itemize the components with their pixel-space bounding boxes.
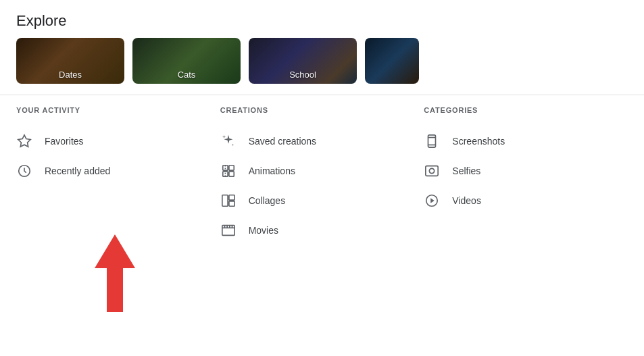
selfies-label: Selfies xyxy=(452,166,480,176)
menu-item-saved-creations[interactable]: Saved creations xyxy=(220,126,424,156)
your-activity-title: YOUR ACTIVITY xyxy=(16,106,220,114)
saved-creations-label: Saved creations xyxy=(249,136,316,147)
thumbnail-dates-label: Dates xyxy=(16,70,124,80)
svg-rect-7 xyxy=(222,195,228,207)
menu-item-collages[interactable]: Collages xyxy=(220,186,424,215)
section-creations: CREATIONS Saved creations xyxy=(220,106,424,245)
thumbnail-school-label: School xyxy=(249,70,357,80)
section-divider xyxy=(0,95,644,95)
collages-icon xyxy=(220,193,237,209)
menu-item-videos[interactable]: Videos xyxy=(424,186,628,215)
sections-container: YOUR ACTIVITY Favorites Recently added C… xyxy=(0,106,644,245)
svg-rect-4 xyxy=(229,166,234,170)
menu-item-screenshots[interactable]: Screenshots xyxy=(424,126,628,156)
svg-rect-19 xyxy=(426,166,438,176)
categories-title: CATEGORIES xyxy=(424,106,628,114)
thumbnail-extra[interactable] xyxy=(365,38,419,84)
animations-label: Animations xyxy=(249,166,295,176)
menu-item-animations[interactable]: Animations xyxy=(220,156,424,186)
thumbnail-cats-label: Cats xyxy=(132,70,241,80)
thumbnail-cats[interactable]: Cats xyxy=(132,38,241,84)
creations-title: CREATIONS xyxy=(220,106,424,114)
play-circle-icon xyxy=(424,193,440,209)
svg-rect-5 xyxy=(229,172,234,176)
star-icon xyxy=(16,133,32,149)
page-title: Explore xyxy=(0,0,644,38)
movies-label: Movies xyxy=(249,225,278,236)
phone-icon xyxy=(424,133,440,149)
menu-item-movies[interactable]: Movies xyxy=(220,215,424,245)
menu-item-recently-added[interactable]: Recently added xyxy=(16,156,220,186)
sparkle-icon xyxy=(220,133,237,149)
menu-item-favorites[interactable]: Favorites xyxy=(16,126,220,156)
svg-rect-16 xyxy=(428,135,436,147)
movies-icon xyxy=(220,222,237,238)
svg-rect-9 xyxy=(229,201,234,206)
section-your-activity: YOUR ACTIVITY Favorites Recently added xyxy=(16,106,220,245)
selfies-icon xyxy=(424,163,440,179)
thumbnail-dates[interactable]: Dates xyxy=(16,38,124,84)
thumbnail-school[interactable]: School xyxy=(249,38,357,84)
svg-marker-23 xyxy=(95,234,135,312)
clock-icon xyxy=(16,163,32,179)
videos-label: Videos xyxy=(452,195,481,206)
svg-rect-8 xyxy=(229,195,234,200)
section-categories: CATEGORIES Screenshots Selfies xyxy=(424,106,628,245)
favorites-label: Favorites xyxy=(45,136,84,147)
menu-item-selfies[interactable]: Selfies xyxy=(424,156,628,186)
svg-marker-0 xyxy=(18,135,30,147)
screenshots-label: Screenshots xyxy=(452,136,505,147)
recently-added-label: Recently added xyxy=(45,166,110,176)
thumbnail-row: Dates Cats School xyxy=(0,38,644,85)
animations-icon xyxy=(220,163,237,179)
svg-marker-22 xyxy=(431,198,435,203)
svg-rect-10 xyxy=(222,226,234,236)
svg-point-20 xyxy=(430,168,435,173)
collages-label: Collages xyxy=(249,195,285,206)
